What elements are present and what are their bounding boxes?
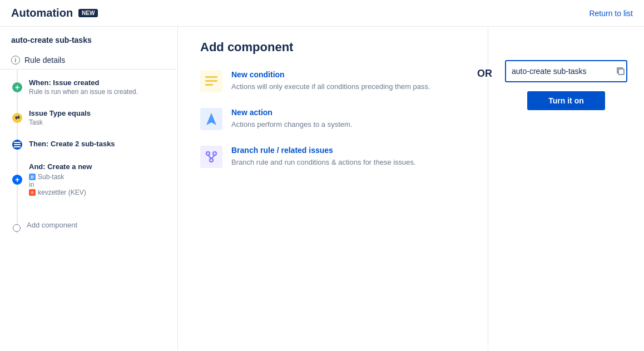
condition-icon-wrap [200,70,222,92]
new-action-item[interactable]: New action Actions perform changes to a … [200,108,465,130]
branch-rule-title: Branch rule / related issues [231,146,416,155]
right-panel: OR Turn it on [488,27,644,350]
action-icon-wrap [200,108,222,130]
svg-line-18 [211,155,215,159]
rule-name: auto-create sub-tasks [0,36,177,51]
add-component-label: Add component [27,221,77,229]
svg-point-16 [210,159,213,162]
branch-rule-text: Branch rule / related issues Branch rule… [231,146,416,168]
or-label: OR [477,68,492,80]
svg-rect-5 [31,177,34,177]
svg-line-17 [208,155,211,159]
svg-rect-1 [14,144,21,145]
trigger-item[interactable]: + When: Issue created Rule is run when a… [0,74,177,100]
rule-details-label: Rule details [24,56,65,65]
right-content: OR Turn it on [499,60,633,110]
app-title: Automation [11,7,73,19]
project-icon [29,189,36,196]
svg-rect-12 [205,84,213,86]
action2-line2: in [29,181,166,189]
copy-icon[interactable] [615,61,626,81]
sidebar: auto-create sub-tasks i Rule details + W… [0,27,178,350]
new-condition-desc: Actions will only execute if all conditi… [231,81,430,92]
branch-rule-item[interactable]: Branch rule / related issues Branch rule… [200,146,465,168]
center-panel: Add component New condition Actions will… [178,27,488,350]
branch-rule-desc: Branch rule and run conditions & actions… [231,157,416,168]
condition-sub: Task [29,118,166,126]
action2-title: And: Create a new [29,162,166,171]
svg-marker-13 [206,113,216,125]
rule-details-row[interactable]: i Rule details [0,51,177,70]
return-to-list-link[interactable]: Return to list [589,9,633,18]
app-header: Automation NEW Return to list [0,0,644,27]
svg-rect-2 [14,146,21,147]
trigger-sub: Rule is run when an issue is created. [29,88,166,96]
action1-item[interactable]: Then: Create 2 sub-tasks [0,135,177,154]
svg-point-14 [206,152,210,155]
info-icon: i [11,56,20,65]
subtask-icon [29,174,36,180]
new-badge: NEW [78,9,98,17]
new-action-desc: Actions perform changes to a system. [231,119,352,130]
action2-line3: kevzettler (KEV) [29,189,166,196]
svg-rect-19 [618,69,624,75]
svg-rect-9 [31,191,33,194]
rule-name-input[interactable] [506,62,615,80]
action2-item[interactable]: + And: Create a new Sub-task in [0,158,177,201]
new-condition-text: New condition Actions will only execute … [231,70,430,92]
new-action-title: New action [231,108,352,117]
action2-line1: Sub-task [29,173,166,181]
new-condition-item[interactable]: New condition Actions will only execute … [200,70,465,92]
condition-title: Issue Type equals [29,109,166,117]
turn-on-button[interactable]: Turn it on [527,91,605,110]
new-action-text: New action Actions perform changes to a … [231,108,352,130]
trigger-title: When: Issue created [29,78,166,87]
main-layout: auto-create sub-tasks i Rule details + W… [0,27,644,350]
condition-item[interactable]: ⇄ Issue Type equals Task [0,105,177,131]
branch-icon-wrap [200,146,222,168]
svg-point-15 [213,152,216,155]
action1-title: Then: Create 2 sub-tasks [29,140,166,148]
svg-rect-0 [14,142,21,143]
svg-rect-6 [31,178,33,179]
panel-title: Add component [200,40,465,55]
add-circle-icon [13,224,21,232]
svg-rect-10 [205,76,217,78]
svg-rect-4 [31,176,34,176]
new-condition-title: New condition [231,70,430,79]
add-component-button[interactable]: Add component [0,212,177,234]
svg-rect-11 [205,80,217,82]
rule-input-wrap [505,60,627,82]
